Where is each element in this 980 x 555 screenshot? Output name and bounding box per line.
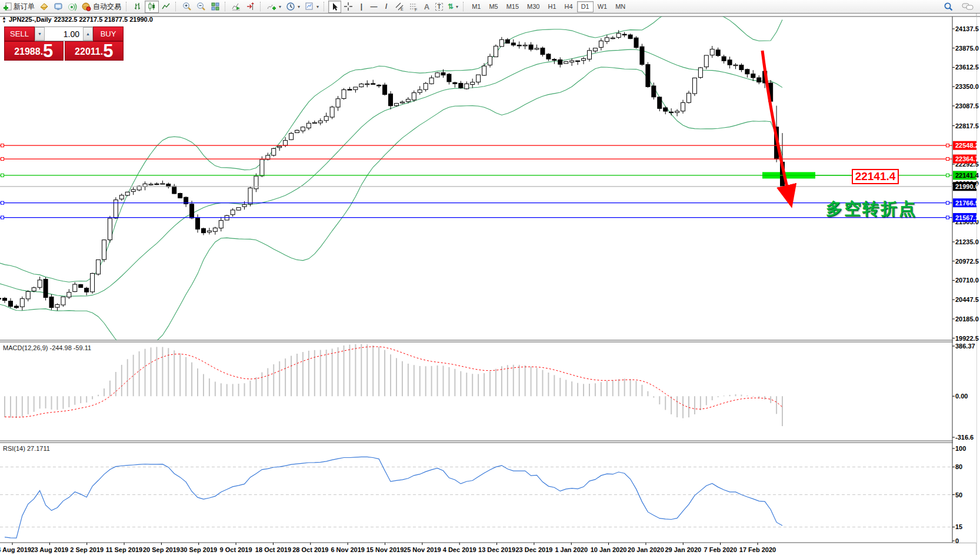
text-tool-button[interactable]: A [421, 1, 433, 13]
svg-text:23612.5: 23612.5 [955, 64, 979, 71]
new-order-label: 新订单 [14, 2, 35, 12]
chart-canvas: 24137.523875.023612.523350.023087.522817… [0, 0, 980, 555]
rsi-label: RSI(14) 27.1711 [3, 445, 50, 452]
svg-text:20710.0: 20710.0 [955, 277, 979, 284]
templates-button[interactable]: ▾ [302, 1, 321, 13]
indicators-icon [267, 2, 276, 11]
price-callout-label[interactable]: 22141.4 [852, 169, 899, 184]
bar-chart-button[interactable] [131, 1, 145, 13]
zoom-out-button[interactable] [194, 1, 208, 13]
volume-control: ▼ 1.00 ▲ [35, 26, 93, 41]
label-tool-button[interactable]: T [433, 1, 445, 13]
trade-panel-top-row: SELL ▼ 1.00 ▲ BUY [4, 26, 124, 41]
indicators-button[interactable]: ▾ [265, 1, 284, 13]
dropdown-icon: ▾ [279, 4, 281, 9]
timeframe-h4-button[interactable]: H4 [561, 1, 577, 12]
svg-text:21567.1: 21567.1 [955, 214, 979, 221]
toolbar-separator [463, 2, 466, 11]
svg-text:15 Nov 2019: 15 Nov 2019 [366, 546, 404, 553]
svg-text:28 Oct 2019: 28 Oct 2019 [292, 546, 328, 553]
svg-text:21990.0: 21990.0 [955, 183, 979, 190]
crosshair-tool-button[interactable] [341, 1, 355, 13]
svg-text:2 Sep 2019: 2 Sep 2019 [70, 546, 104, 553]
vertical-line-tool-button[interactable]: | [355, 1, 368, 13]
dropdown-icon: ▾ [456, 4, 458, 9]
volume-increase-button[interactable]: ▲ [83, 27, 93, 41]
svg-text:9 Oct 2019: 9 Oct 2019 [220, 546, 252, 553]
timeframe-m1-button[interactable]: M1 [468, 1, 485, 12]
toolbar-separator [260, 2, 263, 11]
price-axis: 24137.523875.023612.523350.023087.522817… [952, 17, 979, 544]
new-order-button[interactable]: 新订单 [1, 1, 37, 13]
auto-scroll-button[interactable] [229, 1, 244, 13]
candlestick-icon [147, 2, 156, 11]
trendline-tool-button[interactable]: / [380, 1, 392, 13]
bar-chart-icon [133, 2, 142, 11]
svg-text:4 Dec 2019: 4 Dec 2019 [443, 546, 476, 553]
dropdown-icon: ▾ [298, 4, 300, 9]
svg-text:7 Feb 2020: 7 Feb 2020 [704, 546, 737, 553]
chart-shift-button[interactable] [244, 1, 258, 13]
svg-text:23 Dec 2019: 23 Dec 2019 [515, 546, 552, 553]
svg-text:17 Feb 2020: 17 Feb 2020 [739, 546, 776, 553]
timeframe-m30-button[interactable]: M30 [523, 1, 544, 12]
timeframe-m5-button[interactable]: M5 [485, 1, 502, 12]
axis-badge-21766.5: 21766.5 [953, 198, 979, 207]
tile-windows-button[interactable] [208, 1, 222, 13]
fibonacci-tool-button[interactable]: F [406, 1, 421, 13]
svg-text:22141.4: 22141.4 [955, 172, 979, 179]
search-button[interactable] [941, 1, 956, 13]
chat-button[interactable] [959, 1, 976, 13]
svg-text:13 Dec 2019: 13 Dec 2019 [478, 546, 515, 553]
zoom-in-button[interactable] [180, 1, 194, 13]
zoom-out-icon [196, 2, 206, 11]
timeframe-m15-button[interactable]: M15 [502, 1, 523, 12]
volume-decrease-button[interactable]: ▼ [35, 27, 45, 41]
periods-button[interactable]: ▾ [284, 1, 302, 13]
sell-price-button[interactable]: 21988.5 [4, 41, 64, 61]
timeframe-w1-button[interactable]: W1 [594, 1, 612, 12]
timeframe-d1-button[interactable]: D1 [577, 1, 594, 12]
new-order-icon [3, 2, 12, 11]
sell-button[interactable]: SELL [4, 26, 35, 41]
toolbar-right-icons [941, 1, 979, 13]
turning-point-annotation[interactable]: 多空转折点 [826, 198, 917, 220]
svg-text:6 Nov 2019: 6 Nov 2019 [331, 546, 364, 553]
template-icon [305, 2, 314, 11]
svg-text:1 Jan 2020: 1 Jan 2020 [555, 546, 588, 553]
collapse-chart-icon[interactable]: ▲ ▾ [2, 16, 6, 24]
volume-input[interactable]: 1.00 [45, 27, 83, 41]
svg-text:0: 0 [955, 537, 959, 544]
chat-icon [962, 2, 974, 11]
svg-text:18 Oct 2019: 18 Oct 2019 [255, 546, 291, 553]
ohlc-values: 22322.5 22717.5 21877.5 21990.0 [54, 16, 153, 23]
cursor-tool-button[interactable] [328, 1, 341, 13]
svg-text:21235.0: 21235.0 [955, 238, 979, 245]
buy-price-button[interactable]: 22011.5 [65, 41, 124, 61]
svg-text:20972.5: 20972.5 [955, 258, 979, 265]
svg-text:29 Jan 2020: 29 Jan 2020 [665, 546, 701, 553]
candlestick-chart-button[interactable] [145, 1, 159, 13]
signals-button[interactable] [65, 1, 79, 13]
autotrade-button[interactable]: 自动交易 [79, 1, 124, 13]
buy-button[interactable]: BUY [93, 26, 124, 41]
svg-text:80: 80 [955, 463, 962, 470]
arrows-tool-button[interactable]: ⇅ ▾ [445, 1, 461, 13]
svg-text:50: 50 [955, 491, 962, 498]
trade-panel-price-row: 21988.5 22011.5 [4, 41, 124, 61]
toolbar-separator [225, 2, 228, 11]
timeframe-mn-button[interactable]: MN [611, 1, 629, 12]
chart-shift-icon [246, 2, 255, 11]
timeframe-h1-button[interactable]: H1 [544, 1, 561, 12]
channel-tool-button[interactable]: E [392, 1, 406, 13]
mql-community-button[interactable] [37, 1, 51, 13]
terminal-button[interactable] [51, 1, 65, 13]
horizontal-line-tool-button[interactable]: — [368, 1, 380, 13]
svg-text:-316.6: -316.6 [955, 434, 974, 441]
svg-text:21766.5: 21766.5 [955, 200, 979, 207]
macd-label: MACD(12,26,9) -244.98 -59.11 [3, 344, 91, 351]
autotrade-label: 自动交易 [93, 2, 121, 12]
line-chart-button[interactable] [159, 1, 173, 13]
text-icon: A [424, 2, 429, 11]
axis-badge-21567.1: 21567.1 [953, 213, 979, 222]
